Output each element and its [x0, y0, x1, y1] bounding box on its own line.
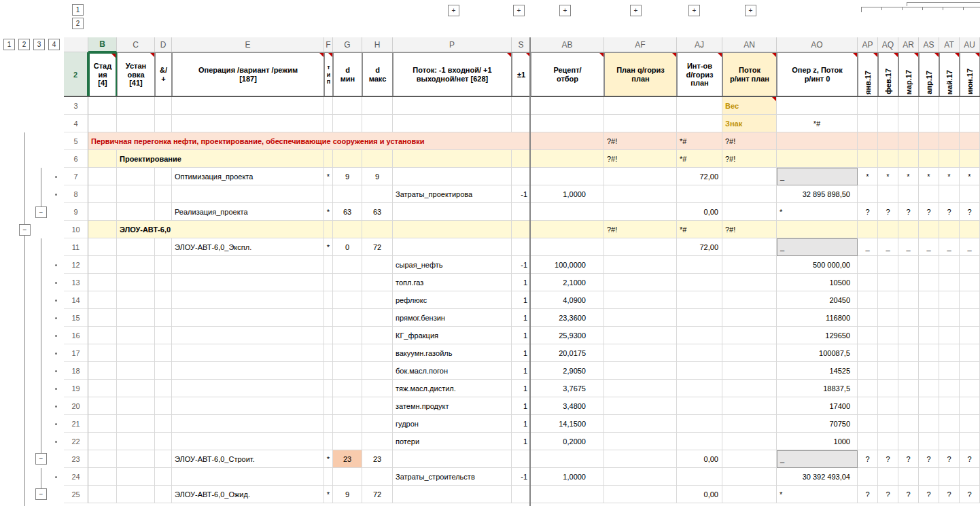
cell-AU4[interactable] [960, 115, 980, 132]
cell-AN13[interactable] [722, 274, 777, 291]
column-outline-level-button[interactable]: 1 [72, 4, 84, 16]
cell-F23[interactable]: * [324, 450, 333, 468]
cell-AR3[interactable] [898, 97, 919, 115]
cell-AT20[interactable] [939, 397, 960, 415]
row-header-3[interactable]: 3 [64, 97, 88, 115]
cell-AF9[interactable] [604, 203, 677, 221]
cell-H24[interactable] [362, 468, 393, 486]
cell-AS21[interactable] [919, 415, 939, 433]
cell-D19[interactable] [155, 380, 172, 397]
cell-AS7[interactable]: * [919, 168, 939, 185]
cell-AP9[interactable]: ? [858, 203, 878, 221]
cell-AT3[interactable] [939, 97, 960, 115]
cell-F22[interactable] [324, 433, 333, 450]
cell-AO24[interactable]: 30 392 493,04 [777, 468, 858, 486]
cell-B9[interactable] [88, 203, 117, 221]
row-header-7[interactable]: 7 [64, 168, 88, 185]
cell-E20[interactable] [172, 397, 324, 415]
cell-S21[interactable]: 1 [512, 415, 531, 433]
cell-D25[interactable] [155, 486, 172, 503]
cell-AO18[interactable]: 14525 [777, 362, 858, 380]
cell-AP19[interactable] [858, 380, 878, 397]
cell-AJ4[interactable] [677, 115, 722, 132]
row-header-4[interactable]: 4 [64, 115, 88, 132]
cell-G17[interactable] [333, 344, 362, 362]
cell-F8[interactable] [324, 185, 333, 203]
cell-AR18[interactable] [898, 362, 919, 380]
cell-B11[interactable] [88, 238, 117, 256]
cell-E8[interactable] [172, 185, 324, 203]
cell-E25[interactable]: ЭЛОУ-АВТ-6,0_Ожид. [172, 486, 324, 503]
cell-P22[interactable]: потери [393, 433, 512, 450]
cell-AB19[interactable]: 3,7675 [531, 380, 604, 397]
cell-AR14[interactable] [898, 291, 919, 309]
cell-S23[interactable] [512, 450, 531, 468]
cell-AJ17[interactable] [677, 344, 722, 362]
cell-AP14[interactable] [858, 291, 878, 309]
cell-P14[interactable]: рефлюкс [393, 291, 512, 309]
cell-AQ24[interactable] [878, 468, 898, 486]
cell-D13[interactable] [155, 274, 172, 291]
cell-AN20[interactable] [722, 397, 777, 415]
row-header-20[interactable]: 20 [64, 397, 88, 415]
cell-AP4[interactable] [858, 115, 878, 132]
cell-AB25[interactable] [531, 486, 604, 503]
cell-P23[interactable] [393, 450, 512, 468]
row-header-2[interactable]: 2 [64, 52, 88, 97]
cell-AN3[interactable]: Вес [722, 97, 777, 115]
cell-AQ13[interactable] [878, 274, 898, 291]
cell-G4[interactable] [333, 115, 362, 132]
cell-AO25[interactable]: * [777, 486, 858, 503]
cell-B23[interactable] [88, 450, 117, 468]
column-expand-button[interactable]: + [745, 5, 756, 16]
cell-P21[interactable]: гудрон [393, 415, 512, 433]
cell-C20[interactable] [117, 397, 155, 415]
cell-AN9[interactable] [722, 203, 777, 221]
cell-P8[interactable]: Затраты_проектирова [393, 185, 512, 203]
cell-AF8[interactable] [604, 185, 677, 203]
cell-F16[interactable] [324, 327, 333, 344]
cell-B24[interactable] [88, 468, 117, 486]
cell-D12[interactable] [155, 256, 172, 274]
cell-AU3[interactable] [960, 97, 980, 115]
cell-AS23[interactable]: ? [919, 450, 939, 468]
cell-E9[interactable]: Реализация_проекта [172, 203, 324, 221]
cell-AR25[interactable]: ? [898, 486, 919, 503]
column-header-AR[interactable]: AR [898, 37, 919, 52]
cell-S10[interactable] [512, 221, 531, 238]
cell-AJ5[interactable]: *# [677, 132, 722, 150]
cell-B10[interactable] [88, 221, 117, 238]
cell-H21[interactable] [362, 415, 393, 433]
column-header-AT[interactable]: AT [939, 37, 960, 52]
cell-AQ11[interactable]: _ [878, 238, 898, 256]
cell-F20[interactable] [324, 397, 333, 415]
cell-AO16[interactable]: 129650 [777, 327, 858, 344]
cell-C3[interactable] [117, 97, 155, 115]
cell-AU18[interactable] [960, 362, 980, 380]
cell-AQ14[interactable] [878, 291, 898, 309]
cell-D9[interactable] [155, 203, 172, 221]
cell-AQ7[interactable]: * [878, 168, 898, 185]
cell-F9[interactable]: * [324, 203, 333, 221]
cell-P12[interactable]: сырая_нефть [393, 256, 512, 274]
cell-P24[interactable]: Затраты_строительств [393, 468, 512, 486]
cell-F17[interactable] [324, 344, 333, 362]
cell-H13[interactable] [362, 274, 393, 291]
cell-P17[interactable]: вакуумн.газойль [393, 344, 512, 362]
cell-P11[interactable] [393, 238, 512, 256]
column-header-D[interactable]: D [155, 37, 172, 52]
row-header-15[interactable]: 15 [64, 309, 88, 327]
cell-G14[interactable] [333, 291, 362, 309]
cell-AT13[interactable] [939, 274, 960, 291]
cell-F12[interactable] [324, 256, 333, 274]
header-cell-E[interactable]: Операция /вариант /режим [187] [172, 52, 324, 97]
cell-S24[interactable]: -1 [512, 468, 531, 486]
cell-E15[interactable] [172, 309, 324, 327]
cell-B16[interactable] [88, 327, 117, 344]
cell-AJ6[interactable]: *# [677, 150, 722, 168]
cell-AN21[interactable] [722, 415, 777, 433]
select-all-corner[interactable] [64, 37, 88, 52]
cell-AR11[interactable]: _ [898, 238, 919, 256]
cell-AB22[interactable]: 0,2000 [531, 433, 604, 450]
cell-AJ12[interactable] [677, 256, 722, 274]
